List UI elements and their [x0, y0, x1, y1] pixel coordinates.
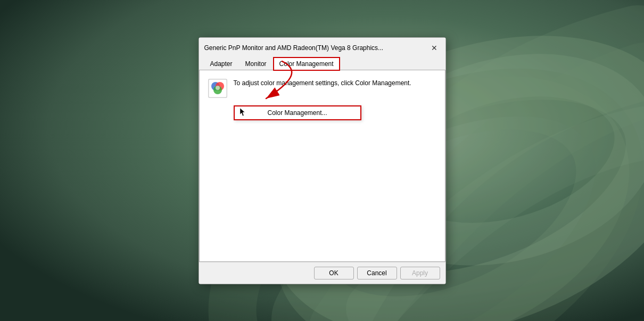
properties-dialog: Generic PnP Monitor and AMD Radeon(TM) V…: [199, 37, 446, 284]
dialog-titlebar: Generic PnP Monitor and AMD Radeon(TM) V…: [199, 38, 445, 54]
close-button[interactable]: ✕: [428, 42, 440, 54]
color-management-button-wrapper: Color Management...: [234, 105, 436, 120]
dialog-footer: OK Cancel Apply: [199, 262, 445, 284]
dialog-overlay: Generic PnP Monitor and AMD Radeon(TM) V…: [0, 0, 644, 321]
tab-color-management[interactable]: Color Management: [274, 57, 340, 70]
color-management-icon: [208, 79, 227, 98]
tab-monitor[interactable]: Monitor: [240, 57, 273, 70]
dialog-title: Generic PnP Monitor and AMD Radeon(TM) V…: [204, 44, 384, 52]
tabs-bar: Adapter Monitor Color Management: [199, 54, 445, 70]
color-management-description: To adjust color management settings, cli…: [234, 79, 436, 88]
cancel-button[interactable]: Cancel: [357, 267, 397, 279]
tab-adapter[interactable]: Adapter: [204, 57, 238, 70]
color-management-button[interactable]: Color Management...: [234, 105, 361, 120]
dialog-content: To adjust color management settings, cli…: [199, 70, 445, 262]
ok-button[interactable]: OK: [314, 267, 354, 279]
svg-point-10: [216, 86, 220, 90]
apply-button[interactable]: Apply: [400, 267, 440, 279]
color-management-section: To adjust color management settings, cli…: [208, 79, 436, 98]
